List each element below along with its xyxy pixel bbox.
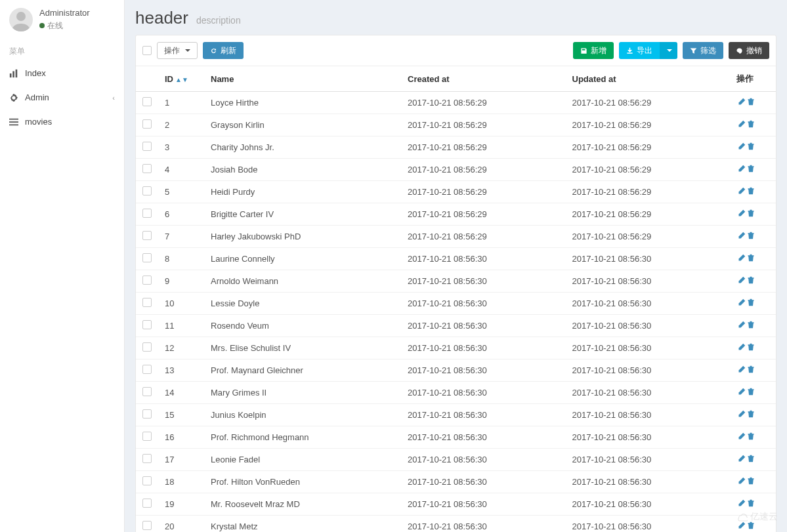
row-checkbox[interactable] [142, 476, 152, 485]
delete-button[interactable] [747, 142, 755, 152]
column-created-at[interactable]: Created at [401, 66, 566, 92]
edit-button[interactable] [738, 298, 746, 308]
row-checkbox[interactable] [142, 209, 152, 218]
edit-button[interactable] [738, 187, 746, 197]
avatar[interactable] [9, 8, 33, 31]
edit-button[interactable] [738, 98, 746, 108]
row-checkbox[interactable] [142, 119, 152, 129]
delete-button[interactable] [747, 455, 755, 464]
column-name[interactable]: Name [204, 66, 401, 92]
delete-button[interactable] [747, 343, 755, 353]
delete-button[interactable] [747, 254, 755, 264]
row-checkbox[interactable] [142, 186, 152, 195]
sidebar-item-admin[interactable]: Admin ‹ [0, 85, 124, 110]
edit-button[interactable] [738, 455, 746, 464]
row-checkbox[interactable] [142, 365, 152, 374]
bars-icon [9, 117, 18, 127]
table-row: 8Laurine Connelly2017-10-21 08:56:302017… [136, 248, 776, 270]
refresh-button[interactable]: 刷新 [203, 42, 244, 59]
edit-button[interactable] [738, 432, 746, 442]
row-checkbox[interactable] [142, 320, 152, 329]
edit-button[interactable] [738, 276, 746, 286]
edit-button[interactable] [738, 165, 746, 174]
row-checkbox[interactable] [142, 432, 152, 441]
row-checkbox[interactable] [142, 231, 152, 240]
row-checkbox[interactable] [142, 142, 152, 151]
sidebar-item-movies[interactable]: movies [0, 110, 124, 134]
cell-updated-at: 2017-10-21 08:56:30 [566, 449, 731, 471]
edit-button[interactable] [738, 209, 746, 219]
user-name: Administrator [39, 8, 90, 18]
row-checkbox[interactable] [142, 454, 152, 463]
delete-button[interactable] [747, 120, 755, 130]
edit-button[interactable] [738, 410, 746, 420]
edit-button[interactable] [738, 522, 746, 531]
cell-created-at: 2017-10-21 08:56:29 [401, 181, 566, 203]
filter-icon [690, 47, 697, 54]
edit-button[interactable] [738, 232, 746, 241]
delete-button[interactable] [747, 477, 755, 487]
edit-button[interactable] [738, 142, 746, 152]
delete-button[interactable] [747, 321, 755, 331]
edit-icon [738, 321, 746, 329]
edit-button[interactable] [738, 254, 746, 264]
cell-id: 13 [158, 359, 204, 382]
delete-button[interactable] [747, 365, 755, 375]
delete-button[interactable] [747, 209, 755, 219]
delete-button[interactable] [747, 232, 755, 241]
row-checkbox[interactable] [142, 276, 152, 285]
undo-button[interactable]: 撤销 [729, 42, 769, 59]
select-all-checkbox[interactable] [142, 46, 152, 55]
delete-button[interactable] [747, 432, 755, 442]
row-checkbox[interactable] [142, 342, 152, 352]
delete-button[interactable] [747, 410, 755, 420]
cell-created-at: 2017-10-21 08:56:30 [401, 404, 566, 426]
delete-button[interactable] [747, 187, 755, 197]
row-checkbox[interactable] [142, 97, 152, 106]
delete-button[interactable] [747, 165, 755, 174]
edit-button[interactable] [738, 120, 746, 130]
edit-button[interactable] [738, 388, 746, 398]
export-button[interactable]: 导出 [619, 42, 660, 59]
cell-updated-at: 2017-10-21 08:56:30 [566, 426, 731, 449]
edit-button[interactable] [738, 365, 746, 375]
new-button[interactable]: 新增 [573, 42, 614, 59]
edit-icon [738, 477, 746, 485]
sidebar-item-index[interactable]: Index [0, 61, 124, 85]
edit-button[interactable] [738, 499, 746, 509]
cell-updated-at: 2017-10-21 08:56:30 [566, 270, 731, 293]
cell-name: Mrs. Elise Schulist IV [204, 337, 401, 359]
row-checkbox[interactable] [142, 521, 152, 530]
sidebar-item-label: Admin [25, 92, 49, 102]
action-dropdown[interactable]: 操作 [157, 42, 198, 59]
delete-button[interactable] [747, 388, 755, 398]
row-checkbox[interactable] [142, 298, 152, 307]
row-checkbox[interactable] [142, 387, 152, 396]
svg-rect-1 [10, 73, 12, 77]
trash-icon [747, 321, 755, 329]
save-icon [580, 47, 587, 54]
cell-updated-at: 2017-10-21 08:56:29 [566, 114, 731, 136]
delete-button[interactable] [747, 98, 755, 108]
edit-button[interactable] [738, 321, 746, 331]
page-header: header description [135, 8, 776, 28]
edit-icon [738, 187, 746, 195]
row-checkbox[interactable] [142, 253, 152, 262]
cell-name: Leonie Fadel [204, 449, 401, 471]
delete-button[interactable] [747, 522, 755, 531]
edit-button[interactable] [738, 477, 746, 487]
column-updated-at[interactable]: Updated at [566, 66, 731, 92]
delete-button[interactable] [747, 499, 755, 509]
column-id[interactable]: ID▲▼ [158, 66, 204, 92]
row-checkbox[interactable] [142, 499, 152, 508]
delete-button[interactable] [747, 276, 755, 286]
export-caret-button[interactable] [660, 42, 677, 59]
row-checkbox[interactable] [142, 164, 152, 173]
cell-id: 2 [158, 114, 204, 136]
filter-button[interactable]: 筛选 [683, 42, 723, 59]
row-checkbox[interactable] [142, 409, 152, 419]
cell-updated-at: 2017-10-21 08:56:30 [566, 248, 731, 270]
edit-button[interactable] [738, 343, 746, 353]
delete-button[interactable] [747, 298, 755, 308]
edit-icon [738, 388, 746, 396]
